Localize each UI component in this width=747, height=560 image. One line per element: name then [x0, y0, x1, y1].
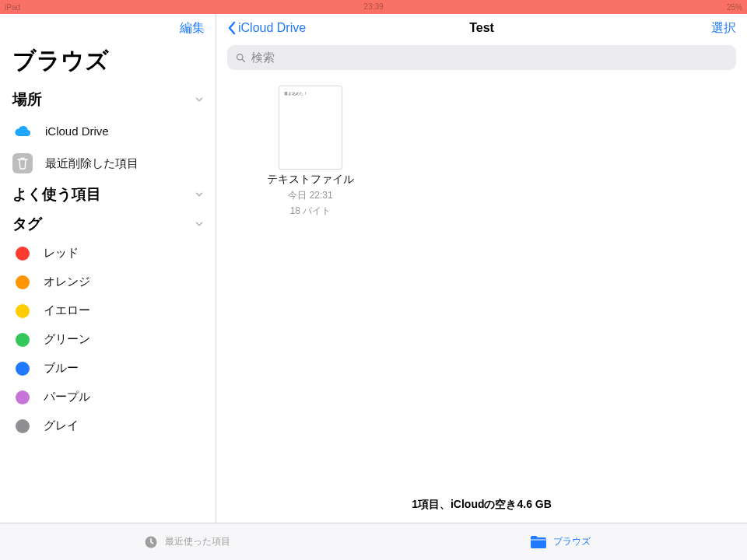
tag-label: レッド — [44, 246, 79, 261]
file-name: テキストファイル — [267, 173, 354, 187]
chevron-down-icon — [194, 94, 205, 105]
select-button[interactable]: 選択 — [711, 20, 736, 37]
file-item[interactable]: 書き込めた！ テキストファイル 今日 22:31 18 バイト — [260, 86, 361, 217]
tab-recent[interactable]: 最近使った項目 — [0, 523, 374, 560]
sidebar-item-label: iCloud Drive — [45, 124, 109, 138]
section-favorites-label: よく使う項目 — [12, 184, 101, 205]
tag-label: グレイ — [44, 418, 79, 433]
back-button[interactable]: iCloud Drive — [227, 21, 306, 35]
chevron-down-icon — [194, 219, 205, 229]
tag-color-dot — [16, 390, 30, 404]
file-thumbnail: 書き込めた！ — [279, 86, 342, 170]
section-locations-label: 場所 — [12, 89, 42, 110]
sidebar-tag-item[interactable]: グレイ — [0, 411, 216, 440]
section-tags[interactable]: タグ — [0, 209, 216, 239]
cloud-icon — [12, 121, 33, 141]
chevron-down-icon — [194, 189, 205, 200]
folder-status: 1項目、iCloudの空き4.6 GB — [216, 490, 747, 523]
sidebar-item-label: 最近削除した項目 — [45, 156, 139, 171]
status-device: iPad — [5, 3, 20, 12]
tag-label: パープル — [44, 390, 90, 404]
sidebar-tag-item[interactable]: オレンジ — [0, 268, 216, 296]
folder-icon — [530, 535, 547, 549]
sidebar-title: ブラウズ — [0, 42, 216, 85]
trash-icon — [12, 153, 33, 173]
section-locations[interactable]: 場所 — [0, 85, 216, 114]
tab-browse[interactable]: ブラウズ — [374, 523, 747, 560]
tag-label: グリーン — [44, 332, 90, 347]
sidebar-tag-item[interactable]: ブルー — [0, 354, 216, 383]
tag-color-dot — [16, 362, 30, 376]
clock-icon — [143, 534, 159, 550]
search-input[interactable]: 検索 — [227, 45, 736, 70]
tag-label: イエロー — [44, 303, 90, 318]
main-panel: iCloud Drive Test 選択 検索 書き込めた！ テキストファイル … — [216, 14, 747, 523]
sidebar-tag-item[interactable]: グリーン — [0, 325, 216, 354]
tag-label: オレンジ — [44, 275, 90, 289]
sidebar: 編集 ブラウズ 場所 iCloud Drive 最近削除した項目 — [0, 14, 216, 523]
search-placeholder: 検索 — [251, 51, 275, 65]
main-nav: iCloud Drive Test 選択 — [216, 14, 747, 42]
chevron-left-icon — [227, 21, 237, 35]
status-battery: 25% — [727, 3, 742, 12]
tag-color-dot — [16, 304, 30, 318]
tag-color-dot — [16, 419, 30, 433]
tab-label: 最近使った項目 — [165, 535, 230, 548]
edit-button[interactable]: 編集 — [180, 20, 205, 37]
sidebar-tag-item[interactable]: レッド — [0, 239, 216, 268]
bottom-tab-bar: 最近使った項目 ブラウズ — [0, 523, 747, 560]
page-title: Test — [469, 21, 494, 35]
tab-label: ブラウズ — [553, 535, 591, 548]
tag-color-dot — [16, 333, 30, 347]
svg-point-0 — [237, 54, 244, 60]
tag-color-dot — [16, 247, 30, 261]
status-bar: iPad 23:39 25% — [0, 0, 747, 14]
section-favorites[interactable]: よく使う項目 — [0, 180, 216, 209]
tag-label: ブルー — [44, 361, 79, 376]
section-tags-label: タグ — [12, 214, 42, 234]
sidebar-item-recently-deleted[interactable]: 最近削除した項目 — [0, 147, 216, 180]
sidebar-tag-item[interactable]: イエロー — [0, 296, 216, 325]
status-time: 23:39 — [363, 2, 383, 11]
sidebar-tag-item[interactable]: パープル — [0, 383, 216, 411]
back-label: iCloud Drive — [238, 21, 306, 35]
file-size: 18 バイト — [290, 205, 331, 218]
sidebar-item-icloud-drive[interactable]: iCloud Drive — [0, 114, 216, 147]
tag-color-dot — [16, 275, 30, 289]
search-icon — [235, 52, 247, 64]
file-date: 今日 22:31 — [288, 190, 332, 202]
